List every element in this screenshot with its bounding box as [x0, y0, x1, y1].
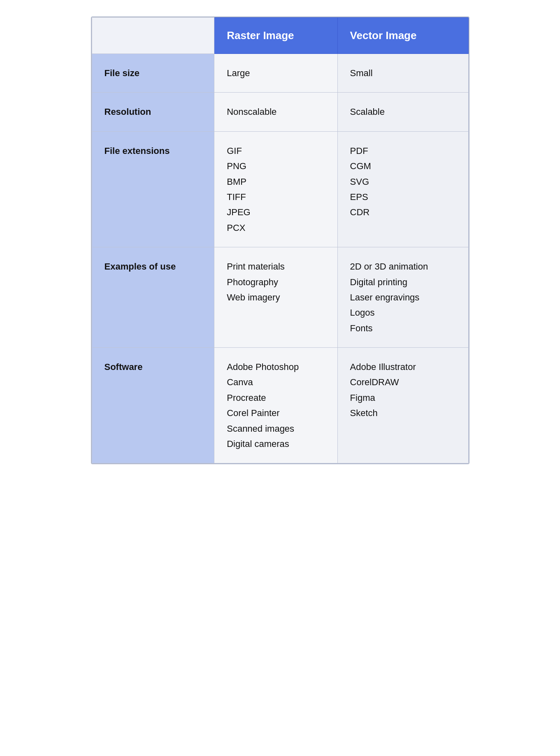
row-file-extensions-label: File extensions	[92, 131, 214, 247]
row-software: SoftwareAdobe Photoshop Canva Procreate …	[92, 348, 468, 463]
header-col-empty	[92, 18, 214, 54]
row-software-vector: Adobe Illustrator CorelDRAW Figma Sketch	[337, 348, 468, 463]
row-resolution: ResolutionNonscalableScalable	[92, 93, 468, 131]
row-file-size-raster: Large	[214, 54, 337, 93]
header-col-raster: Raster Image	[214, 18, 337, 54]
row-examples-of-use-raster: Print materials Photography Web imagery	[214, 247, 337, 348]
row-file-extensions-raster: GIF PNG BMP TIFF JPEG PCX	[214, 131, 337, 247]
row-file-size-label: File size	[92, 54, 214, 93]
row-examples-of-use-label: Examples of use	[92, 247, 214, 348]
row-file-extensions-vector: PDF CGM SVG EPS CDR	[337, 131, 468, 247]
row-examples-of-use: Examples of usePrint materials Photograp…	[92, 247, 468, 348]
header-row: Raster Image Vector Image	[92, 18, 468, 54]
row-resolution-vector: Scalable	[337, 93, 468, 131]
row-software-label: Software	[92, 348, 214, 463]
comparison-table: Raster Image Vector Image File sizeLarge…	[91, 16, 469, 464]
row-file-size-vector: Small	[337, 54, 468, 93]
header-col-vector: Vector Image	[337, 18, 468, 54]
row-software-raster: Adobe Photoshop Canva Procreate Corel Pa…	[214, 348, 337, 463]
row-resolution-raster: Nonscalable	[214, 93, 337, 131]
row-examples-of-use-vector: 2D or 3D animation Digital printing Lase…	[337, 247, 468, 348]
row-file-size: File sizeLargeSmall	[92, 54, 468, 93]
row-file-extensions: File extensionsGIF PNG BMP TIFF JPEG PCX…	[92, 131, 468, 247]
row-resolution-label: Resolution	[92, 93, 214, 131]
